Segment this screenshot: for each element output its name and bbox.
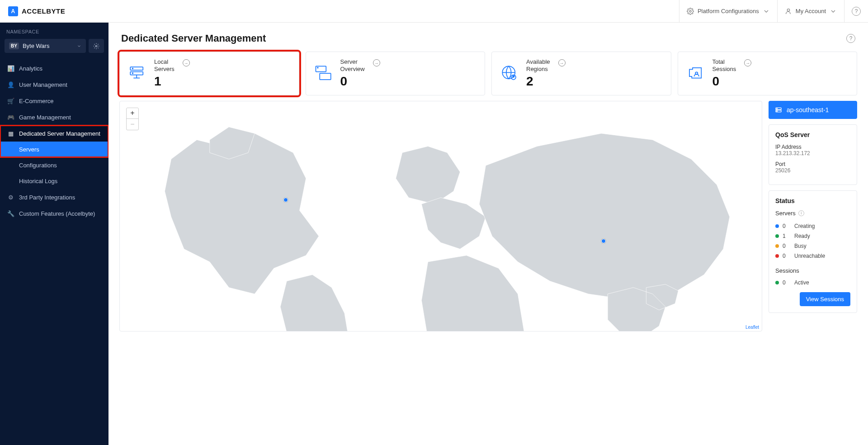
svg-rect-10	[320, 73, 331, 80]
card-label: AvailableRegions	[526, 58, 550, 73]
qos-title: QoS Server	[775, 131, 850, 138]
local-server-icon	[128, 64, 147, 83]
namespace-selector[interactable]: BY Byte Wars	[5, 39, 86, 53]
status-dot-icon	[775, 224, 779, 228]
server-overview-icon	[314, 64, 333, 83]
status-panel: Status Servers i 0 Creating 1 Ready 0 Bu…	[769, 190, 857, 313]
sidebar-item-3rd-party[interactable]: ⚙3rd Party Integrations	[0, 189, 108, 205]
card-arrow-icon[interactable]: →	[558, 59, 566, 66]
zoom-out-button[interactable]: −	[127, 119, 138, 130]
brand-icon: A	[8, 6, 18, 16]
chevron-down-icon	[77, 44, 81, 48]
svg-point-6	[132, 73, 133, 74]
svg-point-14	[513, 76, 514, 78]
status-row-active: 0 Active	[775, 278, 850, 288]
sidebar-item-ecommerce[interactable]: 🛒E-Commerce	[0, 93, 108, 109]
help-icon: ?	[852, 7, 861, 16]
server-rack-icon	[775, 106, 782, 114]
svg-point-18	[777, 108, 777, 109]
svg-point-1	[787, 9, 789, 11]
card-available-regions[interactable]: AvailableRegions 2 →	[491, 52, 671, 95]
globe-icon	[500, 64, 519, 83]
namespace-label: NAMESPACE	[0, 29, 108, 39]
my-account-button[interactable]: My Account	[777, 0, 844, 23]
sidebar-item-user-management[interactable]: 👤User Management	[0, 76, 108, 93]
card-value: 0	[712, 74, 736, 89]
chevron-down-icon	[763, 8, 770, 15]
wrench-icon: 🔧	[7, 210, 14, 217]
card-arrow-icon[interactable]: →	[744, 59, 751, 66]
chart-icon: 📊	[7, 65, 14, 72]
sidebar-item-game-management[interactable]: 🎮Game Management	[0, 109, 108, 125]
user-icon	[785, 8, 792, 15]
integration-icon: ⚙	[7, 194, 14, 201]
platform-config-button[interactable]: Platform Configurations	[679, 0, 777, 23]
page-title: Dedicated Server Management	[121, 33, 846, 44]
view-sessions-button[interactable]: View Sessions	[800, 292, 850, 306]
status-dot-icon	[775, 254, 779, 258]
svg-rect-9	[316, 66, 326, 72]
status-row-unreachable: 0 Unreachable	[775, 251, 850, 261]
status-row-busy: 0 Busy	[775, 241, 850, 251]
game-icon: 🎮	[7, 114, 14, 121]
status-row-ready: 1 Ready	[775, 231, 850, 241]
side-column: ap-southeast-1 QoS Server IP Address 13.…	[769, 101, 857, 331]
sidebar-sub-configurations[interactable]: Configurations	[0, 157, 108, 173]
svg-point-19	[777, 111, 777, 111]
namespace-name: Byte Wars	[23, 43, 73, 49]
map-zoom-control: + −	[126, 108, 139, 130]
namespace-badge: BY	[9, 43, 19, 49]
help-button[interactable]: ?	[844, 0, 868, 23]
sidebar-item-analytics[interactable]: 📊Analytics	[0, 60, 108, 76]
summary-cards: LocalServers 1 → ServerOverview 0 → Avai…	[108, 52, 868, 101]
card-value: 1	[154, 74, 175, 89]
svg-point-11	[317, 67, 318, 68]
svg-point-5	[132, 68, 133, 69]
card-server-overview[interactable]: ServerOverview 0 →	[306, 52, 486, 95]
card-arrow-icon[interactable]: →	[373, 59, 380, 66]
sidebar-item-dedicated-server-management[interactable]: ▦Dedicated Server Management	[0, 125, 108, 142]
map-marker-us-west[interactable]	[283, 198, 288, 202]
card-label: TotalSessions	[712, 58, 736, 73]
server-icon: ▦	[7, 130, 14, 137]
sidebar-sub-servers[interactable]: Servers	[0, 142, 108, 157]
sidebar-sub-historical-logs[interactable]: Historical Logs	[0, 173, 108, 189]
chevron-down-icon	[830, 8, 837, 15]
status-title: Status	[775, 197, 850, 204]
qos-port-label: Port	[775, 161, 850, 167]
map-attribution[interactable]: Leaflet	[745, 325, 759, 330]
card-local-servers[interactable]: LocalServers 1 →	[119, 52, 299, 95]
user-icon: 👤	[7, 81, 14, 88]
svg-point-0	[689, 10, 691, 12]
zoom-in-button[interactable]: +	[127, 108, 138, 119]
info-icon[interactable]: i	[798, 210, 804, 216]
world-map-svg	[120, 101, 762, 331]
gear-icon	[93, 43, 99, 49]
world-map[interactable]: + −	[119, 101, 762, 331]
region-selector[interactable]: ap-southeast-1	[769, 101, 857, 119]
card-arrow-icon[interactable]: →	[183, 59, 190, 66]
status-row-creating: 0 Creating	[775, 221, 850, 231]
card-total-sessions[interactable]: TotalSessions 0 →	[678, 52, 858, 95]
card-label: LocalServers	[154, 58, 175, 73]
qos-port-value: 25026	[775, 167, 850, 174]
status-dot-icon	[775, 244, 779, 248]
qos-ip-value: 13.213.32.172	[775, 150, 850, 156]
namespace-settings-button[interactable]	[89, 39, 104, 53]
sessions-icon	[686, 64, 705, 83]
cart-icon: 🛒	[7, 97, 14, 104]
sidebar: NAMESPACE BY Byte Wars 📊Analytics 👤User …	[0, 23, 108, 445]
region-name: ap-southeast-1	[787, 106, 829, 114]
svg-point-2	[95, 45, 97, 47]
card-label: ServerOverview	[340, 58, 365, 73]
main-content: Dedicated Server Management ? LocalServe…	[108, 23, 868, 445]
status-dot-icon	[775, 281, 779, 284]
sidebar-section-dsm-highlight: ▦Dedicated Server Management Servers	[0, 125, 108, 157]
status-sessions-header: Sessions	[775, 267, 850, 274]
page-help-button[interactable]: ?	[846, 34, 855, 43]
brand-logo[interactable]: A ACCELBYTE	[0, 6, 108, 16]
brand-text: ACCELBYTE	[22, 7, 65, 15]
sidebar-item-custom-features[interactable]: 🔧Custom Features (Accelbyte)	[0, 205, 108, 222]
status-servers-header: Servers i	[775, 210, 850, 217]
qos-ip-label: IP Address	[775, 144, 850, 150]
